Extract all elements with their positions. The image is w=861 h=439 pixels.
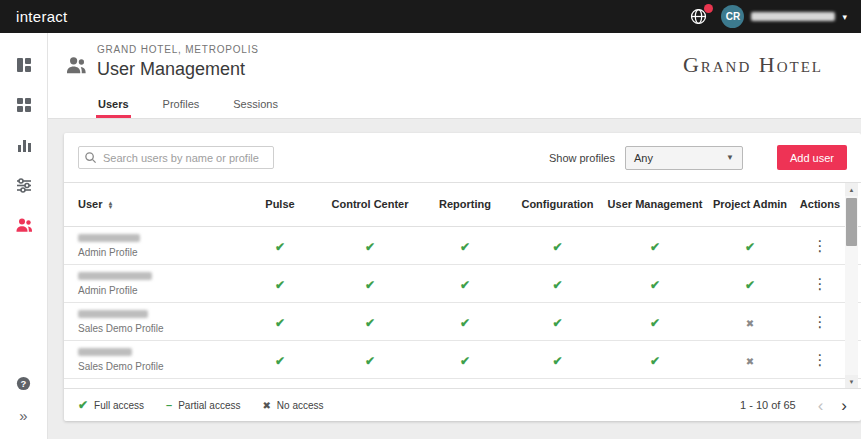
row-actions-button[interactable]: ⋮ — [813, 353, 828, 368]
cross-icon: ✖ — [262, 400, 270, 411]
column-header-reporting: Reporting — [420, 198, 510, 212]
topbar: interact CR ▾ — [0, 0, 861, 33]
modules-icon — [15, 96, 33, 114]
table-row: Sales Demo Profile ⋮ — [64, 341, 861, 379]
user-name-redacted — [78, 272, 152, 280]
sidebar-item-controls[interactable] — [0, 165, 48, 205]
sidebar-bottom: ? » — [0, 367, 48, 439]
access-icon — [460, 313, 470, 330]
user-profile: Sales Demo Profile — [78, 323, 240, 334]
profiles-filter-select[interactable]: Any ▼ — [625, 146, 743, 170]
access-icon — [460, 351, 470, 368]
access-icon — [745, 237, 755, 254]
access-icon — [365, 237, 375, 254]
column-header-project-admin: Project Admin — [705, 198, 795, 212]
controls-icon — [15, 176, 33, 194]
table-row: Admin Profile ⋮ — [64, 265, 861, 303]
access-icon — [746, 351, 754, 368]
next-page-button[interactable]: › — [841, 397, 847, 414]
user-name-redacted — [78, 348, 132, 356]
user-menu[interactable]: CR ▾ — [721, 5, 847, 28]
language-globe-button[interactable] — [689, 7, 709, 27]
access-icon — [650, 351, 660, 368]
body: ? » — [0, 33, 861, 439]
column-header-actions: Actions — [795, 198, 845, 212]
tab-bar: Users Profiles Sessions — [48, 95, 861, 119]
help-button[interactable]: ? — [0, 367, 48, 399]
tab-users[interactable]: Users — [96, 95, 131, 118]
access-icon — [275, 351, 285, 368]
column-header-pulse: Pulse — [240, 198, 320, 212]
column-header-user[interactable]: User ▲▼ — [78, 198, 240, 212]
table-body: Admin Profile ⋮ — [64, 227, 861, 388]
analytics-icon — [15, 136, 33, 154]
chevron-down-icon: ▼ — [726, 153, 734, 162]
sidebar: ? » — [0, 33, 48, 439]
dash-icon: – — [166, 399, 172, 411]
tab-sessions[interactable]: Sessions — [231, 95, 280, 118]
user-name-redacted — [751, 12, 835, 21]
scrollbar-thumb[interactable] — [846, 198, 857, 246]
legend-partial-access: – Partial access — [166, 399, 240, 411]
brand-logo: interact — [16, 8, 68, 25]
row-actions-button[interactable]: ⋮ — [813, 315, 828, 330]
dashboard-icon — [15, 56, 33, 74]
chevron-down-icon: ▾ — [842, 12, 847, 22]
access-icon — [275, 275, 285, 292]
search-box — [78, 146, 274, 169]
sidebar-item-modules[interactable] — [0, 85, 48, 125]
access-icon — [460, 275, 470, 292]
column-header-user-management: User Management — [605, 198, 705, 212]
scroll-up-button[interactable]: ▲ — [845, 183, 858, 196]
notification-badge — [704, 4, 713, 13]
page-title: User Management — [97, 59, 259, 80]
access-icon — [275, 237, 285, 254]
users-card: Show profiles Any ▼ Add user User ▲▼ — [64, 133, 861, 421]
access-icon — [745, 275, 755, 292]
sort-icon: ▲▼ — [107, 201, 113, 209]
access-icon — [650, 313, 660, 330]
row-actions-button[interactable]: ⋮ — [813, 239, 828, 254]
content: Show profiles Any ▼ Add user User ▲▼ — [48, 119, 861, 439]
user-name-redacted — [78, 234, 140, 242]
access-icon — [552, 275, 562, 292]
access-icon — [650, 275, 660, 292]
sidebar-item-user-management[interactable] — [0, 205, 48, 245]
show-profiles-label: Show profiles — [549, 152, 615, 164]
sidebar-collapse-button[interactable]: » — [0, 399, 48, 431]
access-icon — [552, 313, 562, 330]
pagination: 1 - 10 of 65 ‹ › — [740, 397, 847, 414]
row-actions-button[interactable]: ⋮ — [813, 277, 828, 292]
table-scrollbar: ▲ ▼ — [845, 183, 858, 388]
breadcrumb: GRAND HOTEL, METROPOLIS — [97, 44, 259, 55]
access-icon — [365, 275, 375, 292]
toolbar-right: Show profiles Any ▼ Add user — [549, 145, 847, 170]
avatar: CR — [721, 5, 744, 28]
pagination-range: 1 - 10 of 65 — [740, 399, 796, 411]
scrollbar-track[interactable] — [845, 196, 858, 375]
add-user-button[interactable]: Add user — [777, 145, 847, 170]
access-icon — [460, 237, 470, 254]
previous-page-button[interactable]: ‹ — [818, 397, 824, 414]
topbar-right: CR ▾ — [689, 5, 847, 28]
search-input[interactable] — [78, 146, 274, 169]
collapse-icon: » — [19, 407, 27, 424]
access-icon — [650, 237, 660, 254]
sidebar-item-analytics[interactable] — [0, 125, 48, 165]
access-icon — [552, 237, 562, 254]
svg-text:?: ? — [21, 377, 27, 388]
tab-profiles[interactable]: Profiles — [161, 95, 202, 118]
access-icon — [365, 351, 375, 368]
column-header-control-center: Control Center — [320, 198, 420, 212]
table-header: User ▲▼ Pulse Control Center Reporting C… — [64, 182, 861, 227]
table-row: Admin Profile ⋮ — [64, 227, 861, 265]
search-icon — [84, 150, 97, 168]
card-toolbar: Show profiles Any ▼ Add user — [64, 133, 861, 182]
help-icon: ? — [15, 375, 32, 392]
access-icon — [746, 313, 754, 330]
user-profile: Admin Profile — [78, 285, 240, 296]
page-header: GRAND HOTEL, METROPOLIS User Management … — [48, 33, 861, 95]
scroll-down-button[interactable]: ▼ — [845, 375, 858, 388]
sidebar-item-dashboard[interactable] — [0, 45, 48, 85]
access-icon — [552, 351, 562, 368]
